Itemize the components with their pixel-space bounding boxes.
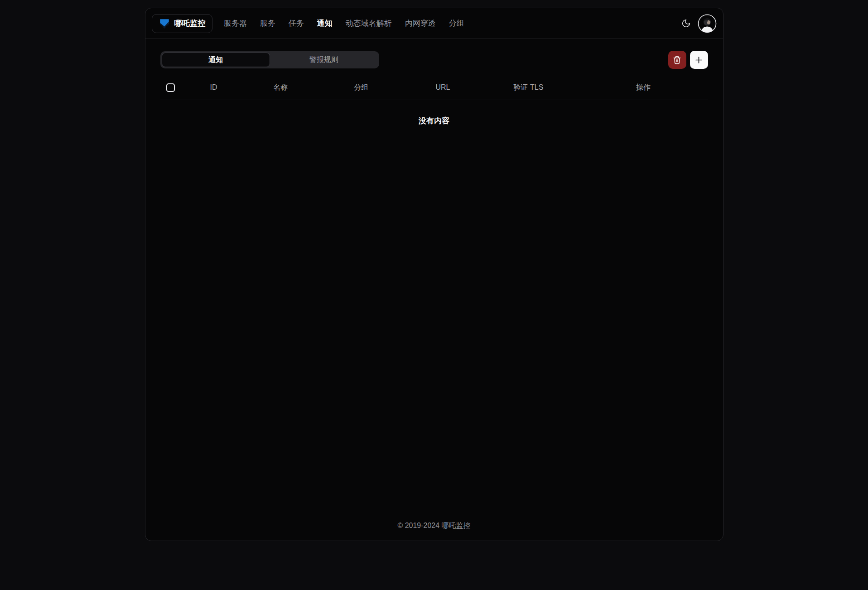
plus-icon — [694, 56, 703, 64]
toolbar-actions — [668, 51, 708, 69]
col-header-verify-tls: 验证 TLS — [478, 83, 579, 92]
select-all-checkbox[interactable] — [166, 83, 175, 92]
footer: © 2019-2024 哪吒监控 — [145, 521, 723, 541]
col-header-url: URL — [408, 83, 478, 92]
tab-notifications[interactable]: 通知 — [162, 53, 270, 67]
theme-toggle-button[interactable] — [678, 15, 695, 32]
add-notification-button[interactable] — [690, 51, 708, 69]
navbar: 哪吒监控 服务器 服务 任务 通知 动态域名解析 内网穿透 分组 — [145, 8, 723, 39]
nav-menu: 服务器 服务 任务 通知 动态域名解析 内网穿透 分组 — [224, 18, 464, 29]
delete-selected-button[interactable] — [668, 51, 686, 69]
brand-home-button[interactable]: 哪吒监控 — [152, 14, 212, 33]
notifications-table: ID 名称 分组 URL 验证 TLS 操作 没有内容 — [160, 75, 708, 141]
brand-name: 哪吒监控 — [174, 18, 206, 29]
nav-item-nat-traversal[interactable]: 内网穿透 — [405, 18, 436, 29]
col-header-name: 名称 — [246, 83, 315, 92]
nav-item-services[interactable]: 服务 — [260, 18, 275, 29]
nav-item-servers[interactable]: 服务器 — [224, 18, 247, 29]
user-avatar[interactable] — [698, 14, 717, 33]
trash-icon — [673, 56, 681, 64]
empty-state-text: 没有内容 — [419, 116, 449, 126]
table-header-row: ID 名称 分组 URL 验证 TLS 操作 — [160, 75, 708, 100]
tab-alert-rules[interactable]: 警报规则 — [270, 53, 378, 67]
table-empty-state: 没有内容 — [160, 100, 708, 141]
moon-icon — [681, 19, 691, 28]
brand-shield-icon — [159, 18, 170, 29]
select-all-cell — [160, 83, 181, 92]
nav-item-groups[interactable]: 分组 — [449, 18, 464, 29]
toolbar: 通知 警报规则 — [160, 51, 708, 69]
col-header-group: 分组 — [315, 83, 408, 92]
copyright-text: © 2019-2024 哪吒监控 — [397, 522, 470, 529]
col-header-id: ID — [181, 83, 246, 92]
tab-switcher: 通知 警报规则 — [160, 51, 379, 68]
nav-item-ddns[interactable]: 动态域名解析 — [346, 18, 392, 29]
main-card: 哪吒监控 服务器 服务 任务 通知 动态域名解析 内网穿透 分组 — [145, 8, 723, 541]
nav-item-tasks[interactable]: 任务 — [289, 18, 304, 29]
nav-item-notifications[interactable]: 通知 — [317, 18, 333, 29]
col-header-actions: 操作 — [579, 83, 708, 92]
